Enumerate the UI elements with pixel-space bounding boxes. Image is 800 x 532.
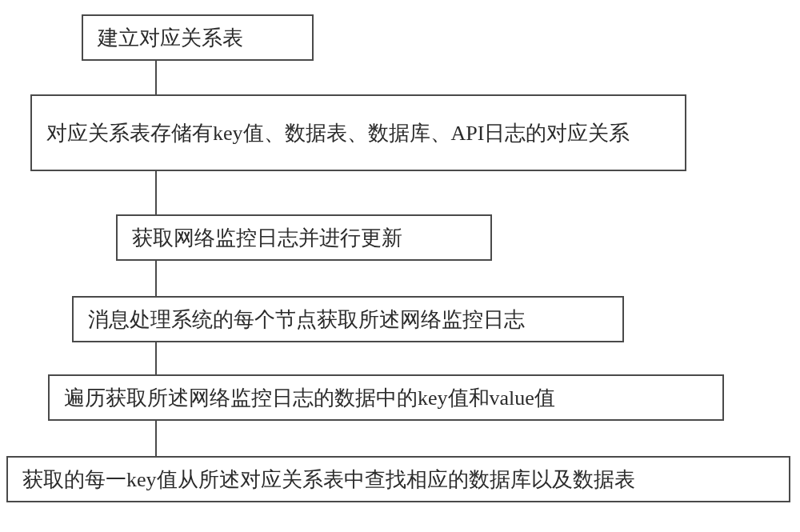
connector-4-5 (155, 342, 157, 374)
flowchart-container: 建立对应关系表 对应关系表存储有key值、数据表、数据库、API日志的对应关系 … (0, 0, 800, 532)
step4-label: 消息处理系统的每个节点获取所述网络监控日志 (88, 304, 525, 335)
connector-3-4 (155, 261, 157, 296)
step1-label: 建立对应关系表 (98, 22, 243, 54)
step6-label: 获取的每一key值从所述对应关系表中查找相应的数据库以及数据表 (22, 464, 635, 495)
step5-label: 遍历获取所述网络监控日志的数据中的key值和value值 (64, 382, 555, 414)
flowchart-step-6: 获取的每一key值从所述对应关系表中查找相应的数据库以及数据表 (6, 456, 790, 502)
step3-label: 获取网络监控日志并进行更新 (132, 222, 402, 254)
flowchart-step-1: 建立对应关系表 (82, 14, 314, 61)
flowchart-step-3: 获取网络监控日志并进行更新 (116, 214, 492, 261)
step2-label: 对应关系表存储有key值、数据表、数据库、API日志的对应关系 (46, 118, 630, 149)
flowchart-step-4: 消息处理系统的每个节点获取所述网络监控日志 (72, 296, 624, 342)
connector-1-2 (155, 61, 157, 94)
flowchart-step-2: 对应关系表存储有key值、数据表、数据库、API日志的对应关系 (30, 94, 686, 171)
connector-2-3 (155, 171, 157, 214)
connector-5-6 (155, 421, 157, 456)
flowchart-step-5: 遍历获取所述网络监控日志的数据中的key值和value值 (48, 374, 724, 421)
